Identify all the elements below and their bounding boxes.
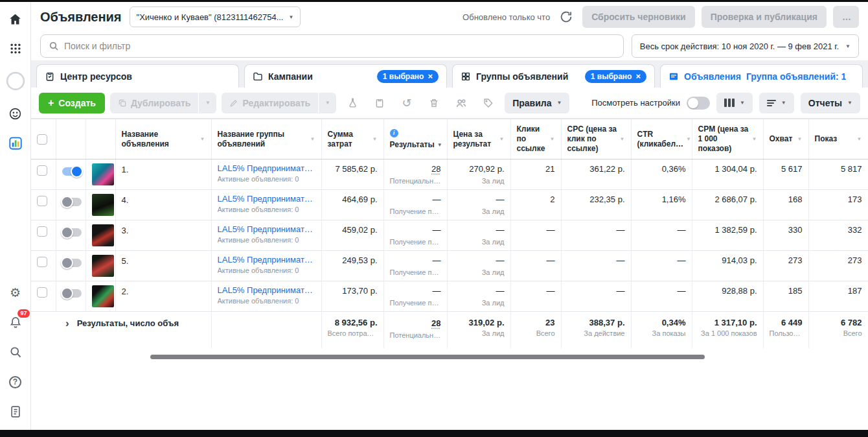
date-range-label: Весь срок действия: 10 ноя 2020 г. — 9 ф…: [640, 41, 839, 51]
tab-resource-center[interactable]: Центр ресурсов: [36, 64, 239, 88]
ads-manager-icon[interactable]: [4, 133, 27, 154]
ab-test-icon[interactable]: [341, 93, 363, 113]
ad-name[interactable]: 1.: [122, 165, 129, 174]
tab-campaigns[interactable]: Кампании 1 выбрано ×: [244, 64, 447, 88]
plus-icon: +: [48, 97, 54, 109]
search-filter-box[interactable]: [40, 34, 624, 58]
row-checkbox[interactable]: [37, 257, 47, 267]
settings-gear-icon[interactable]: ⚙: [4, 282, 27, 303]
spend-value: 173,70 р.: [328, 285, 378, 297]
ad-status-toggle[interactable]: [62, 289, 82, 298]
tab-ads[interactable]: Объявления Группа объявлений: 1: [660, 64, 863, 88]
ad-name[interactable]: 3.: [122, 226, 129, 235]
expand-chevron-icon[interactable]: ›: [65, 318, 69, 329]
chevron-down-icon: ▼: [845, 43, 851, 49]
audience-icon[interactable]: [450, 93, 472, 113]
duplicate-button[interactable]: Дублировать: [110, 93, 199, 113]
col-header-ad-name[interactable]: Название объявления▼: [115, 119, 211, 159]
adset-link[interactable]: LAL5% Предприниматель: [218, 163, 315, 173]
adset-link[interactable]: LAL5% Предприниматель: [218, 194, 315, 204]
table-row: 2. LAL5% ПредпринимательАктивные объявле…: [31, 281, 868, 312]
help-icon[interactable]: ?: [4, 372, 27, 392]
ad-thumbnail: [92, 163, 114, 185]
select-all-checkbox[interactable]: [37, 134, 47, 145]
col-header-impressions[interactable]: Показ▼: [808, 119, 868, 159]
pencil-icon: [229, 99, 238, 108]
duplicate-caret-button[interactable]: ▼: [198, 93, 216, 113]
ad-status-toggle[interactable]: [62, 198, 82, 206]
ad-account-selector[interactable]: "Хиченко и Куваев" (8123111462754... ▼: [130, 6, 301, 27]
ad-account-label: "Хиченко и Куваев" (8123111462754...: [137, 12, 284, 22]
refresh-icon[interactable]: [556, 7, 576, 27]
notifications-bell-icon[interactable]: 97: [4, 312, 27, 333]
col-header-cpm[interactable]: CPM (цена за 1 000 показов)▼: [692, 119, 763, 159]
columns-button[interactable]: ▼: [716, 93, 753, 113]
updated-status: Обновлено только что: [463, 12, 550, 22]
col-header-cpc[interactable]: CPC (цена за клик по ссылке)▼: [561, 119, 631, 159]
adset-link[interactable]: LAL5% Предприниматель: [218, 255, 315, 265]
row-checkbox[interactable]: [37, 226, 47, 237]
rules-button[interactable]: Правила ▼: [505, 93, 569, 113]
edit-button[interactable]: Редактировать: [222, 93, 318, 113]
horizontal-scrollbar-thumb[interactable]: [150, 355, 705, 359]
row-checkbox[interactable]: [37, 165, 47, 176]
toggle-knob: [688, 98, 698, 108]
chevron-down-icon: ▼: [740, 100, 745, 106]
breakdown-button[interactable]: ▼: [759, 93, 794, 113]
row-checkbox[interactable]: [37, 287, 47, 298]
summary-results: 28: [390, 318, 441, 329]
cost-per-result-type: За лид: [453, 207, 505, 216]
toggle-knob: [61, 257, 73, 269]
folder-icon: [253, 71, 263, 82]
ad-name[interactable]: 4.: [122, 195, 129, 205]
search-input[interactable]: [64, 41, 615, 51]
ad-name[interactable]: 5.: [122, 256, 129, 266]
duplicate-split-button: Дублировать ▼: [110, 93, 217, 113]
report-icon[interactable]: [4, 401, 27, 422]
results-type: Потенциальны…: [390, 176, 441, 185]
col-header-cost-per-result[interactable]: Цена за результат▼: [447, 119, 510, 159]
sort-caret-icon: ▼: [686, 136, 691, 142]
reports-button[interactable]: Отчеты ▼: [801, 93, 860, 113]
col-header-adset-name[interactable]: Название группы объявлений▼: [211, 119, 321, 159]
tag-icon[interactable]: [477, 93, 499, 113]
adset-link[interactable]: LAL5% Предприниматель: [218, 224, 315, 234]
badge-remove-icon[interactable]: ×: [428, 72, 433, 80]
apps-grid-icon[interactable]: [4, 38, 27, 59]
cost-per-result-value: —: [453, 285, 505, 297]
info-icon[interactable]: i: [390, 129, 398, 137]
reach-value: 330: [770, 224, 803, 236]
create-button[interactable]: + Создать: [39, 93, 105, 113]
ad-status-toggle[interactable]: [62, 259, 82, 267]
account-avatar[interactable]: [4, 68, 27, 94]
ad-name[interactable]: 2.: [122, 287, 129, 296]
undo-icon[interactable]: ↺: [396, 93, 418, 113]
ad-status-toggle[interactable]: [62, 167, 82, 176]
smiley-icon[interactable]: [4, 103, 27, 124]
breakdown-icon: [767, 100, 776, 106]
home-icon[interactable]: [4, 8, 27, 29]
row-checkbox[interactable]: [37, 196, 47, 206]
view-settings-toggle[interactable]: [687, 97, 710, 110]
discard-drafts-button[interactable]: Сбросить черновики: [582, 6, 695, 28]
ctr-value: —: [637, 224, 686, 236]
adset-link[interactable]: LAL5% Предприниматель: [218, 285, 315, 295]
search-icon[interactable]: [4, 342, 27, 362]
col-header-results[interactable]: i Результаты▼: [383, 119, 447, 159]
ad-status-toggle[interactable]: [62, 228, 82, 237]
col-header-ctr[interactable]: CTR (кликабел…▼: [631, 119, 692, 159]
rules-label: Правила: [512, 98, 551, 108]
badge-remove-icon[interactable]: ×: [635, 72, 641, 80]
col-header-spend[interactable]: Сумма затрат▼: [321, 119, 383, 159]
more-options-button[interactable]: …: [833, 6, 859, 28]
paste-icon[interactable]: [369, 93, 391, 113]
date-range-selector[interactable]: Весь срок действия: 10 ноя 2020 г. — 9 ф…: [632, 34, 859, 58]
summary-row: › Результаты, число объя 8 932,56 р.Всег…: [31, 312, 868, 348]
edit-caret-button[interactable]: ▼: [318, 93, 336, 113]
col-header-link-clicks[interactable]: Клики по ссылке▼: [510, 119, 561, 159]
col-header-reach[interactable]: Охват▼: [763, 119, 808, 159]
review-publish-button[interactable]: Проверка и публикация: [702, 6, 827, 28]
summary-label: Результаты, число объя: [77, 318, 179, 328]
delete-icon[interactable]: [423, 93, 445, 113]
tab-adsets[interactable]: Группы объявлений 1 выбрано ×: [452, 64, 655, 88]
